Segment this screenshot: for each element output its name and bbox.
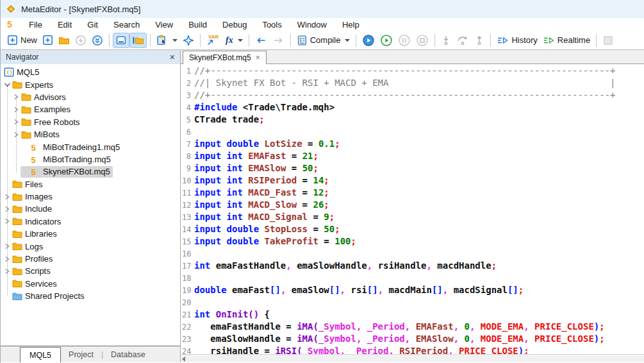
tree-item-body[interactable]: Examples bbox=[21, 104, 73, 115]
menu-item-edit[interactable]: Edit bbox=[50, 18, 79, 31]
history-button[interactable]: History bbox=[494, 33, 540, 48]
tree-item-include[interactable]: Include bbox=[1, 203, 180, 215]
tree-item-mibottradeing1-mq5[interactable]: 5MiBotTradeing1.mq5 bbox=[1, 140, 180, 153]
tree-item-indicators[interactable]: Indicators bbox=[1, 215, 180, 228]
tab-close-icon[interactable]: × bbox=[256, 53, 260, 62]
tree-item-scripts[interactable]: Scripts bbox=[1, 265, 180, 277]
chevron-right-icon[interactable] bbox=[3, 217, 12, 226]
code-line[interactable]: 11input int MACD_Fast = 12; bbox=[181, 187, 644, 199]
step-over-button[interactable] bbox=[454, 33, 472, 48]
tree-item-body[interactable]: Scripts bbox=[12, 266, 53, 277]
chevron-right-icon[interactable] bbox=[3, 192, 12, 201]
menu-item-debug[interactable]: Debug bbox=[215, 18, 254, 31]
bottom-tab-database[interactable]: Database bbox=[103, 346, 153, 362]
tree-item-body[interactable]: Shared Projects bbox=[12, 291, 87, 302]
tree-item-logs[interactable]: Logs bbox=[1, 240, 180, 252]
tree-item-body[interactable]: 5SkynetFXBot.mq5 bbox=[21, 166, 113, 178]
tree-item-body[interactable]: Files bbox=[12, 178, 45, 190]
tree-item-body[interactable]: MiBots bbox=[21, 129, 62, 140]
code-editor[interactable]: 1//+------------------------------------… bbox=[181, 64, 644, 354]
toggle-toolbox-button[interactable] bbox=[113, 33, 129, 48]
clipboard-cursor-button[interactable] bbox=[154, 33, 180, 48]
tree-item-libraries[interactable]: Libraries bbox=[1, 228, 180, 240]
code-line[interactable]: 16 bbox=[181, 248, 644, 260]
tree-item-body[interactable]: 5MiBotTradeing1.mq5 bbox=[21, 141, 122, 153]
menu-item-help[interactable]: Help bbox=[334, 18, 367, 31]
code-line[interactable]: 21int OnInit() { bbox=[181, 308, 644, 321]
tree-item-body[interactable]: Experts bbox=[12, 79, 56, 90]
tree-item-body[interactable]: Libraries bbox=[12, 228, 60, 240]
new-project-button[interactable] bbox=[40, 33, 56, 48]
tree-item-body[interactable]: Advisors bbox=[21, 91, 69, 103]
code-line[interactable]: 5CTrade trade; bbox=[181, 114, 644, 126]
step-into-button[interactable] bbox=[438, 33, 454, 48]
realtime-button[interactable]: Realtime bbox=[540, 33, 593, 48]
menu-item-window[interactable]: Window bbox=[290, 18, 334, 31]
tree-item-mibots[interactable]: MiBots bbox=[1, 128, 180, 140]
tree-item-files[interactable]: Files bbox=[1, 178, 180, 190]
compile-button[interactable]: Compile bbox=[294, 33, 353, 48]
tree-item-advisors[interactable]: Advisors bbox=[1, 91, 180, 103]
tree-item-body[interactable]: Indicators bbox=[12, 215, 63, 227]
code-line[interactable]: 8input int EMAFast = 21; bbox=[181, 150, 644, 162]
code-line[interactable]: 22 emaFastHandle = iMA(_Symbol, _Period,… bbox=[181, 321, 644, 333]
chevron-right-icon[interactable] bbox=[12, 105, 21, 114]
navigate-forward-button[interactable] bbox=[270, 33, 287, 48]
stop-button[interactable] bbox=[413, 33, 431, 48]
menu-item-build[interactable]: Build bbox=[181, 18, 215, 31]
chevron-right-icon[interactable] bbox=[3, 267, 12, 276]
chevron-right-icon[interactable] bbox=[3, 242, 12, 251]
code-line[interactable]: 17int emaFastHandle, emaSlowHandle, rsiH… bbox=[181, 260, 644, 272]
tree-item-body[interactable]: Free Robots bbox=[21, 116, 83, 128]
save-button-disabled[interactable] bbox=[72, 33, 89, 48]
code-line[interactable]: 12input int MACD_Slow = 26; bbox=[181, 199, 644, 211]
chevron-right-icon[interactable] bbox=[12, 92, 21, 101]
code-line[interactable]: 10input int RSIPeriod = 14; bbox=[181, 174, 644, 187]
save-all-button[interactable] bbox=[89, 33, 106, 48]
tree-item-body[interactable]: Images bbox=[12, 191, 55, 203]
code-line[interactable]: 1//+------------------------------------… bbox=[181, 65, 644, 77]
bottom-tab-project[interactable]: Project bbox=[61, 346, 101, 362]
chevron-right-icon[interactable] bbox=[3, 205, 12, 214]
code-line[interactable]: 4#include <Trade\Trade.mqh> bbox=[181, 101, 644, 114]
menu-item-tools[interactable]: Tools bbox=[254, 18, 289, 31]
horizontal-scrollbar[interactable] bbox=[181, 354, 644, 362]
code-line[interactable]: 9input int EMASlow = 50; bbox=[181, 162, 644, 174]
navigate-back-button[interactable] bbox=[252, 33, 270, 48]
tree-item-mibottrading-mq5[interactable]: 5MiBotTrading.mq5 bbox=[1, 153, 180, 165]
styler-button[interactable] bbox=[180, 33, 197, 48]
toggle-navigator-button[interactable] bbox=[129, 33, 147, 48]
code-line[interactable]: 14input double StopLoss = 50; bbox=[181, 223, 644, 235]
insert-function-button[interactable]: fx bbox=[223, 33, 245, 48]
tree-item-images[interactable]: Images bbox=[1, 190, 180, 203]
tree-item-experts[interactable]: Experts bbox=[1, 78, 180, 90]
code-line[interactable]: 6 bbox=[181, 126, 644, 138]
tree-item-mql5[interactable]: ()MQL5 bbox=[1, 66, 180, 78]
tree-item-body[interactable]: 5MiBotTrading.mq5 bbox=[21, 153, 113, 165]
code-line[interactable]: 7input double LotSize = 0.1; bbox=[181, 138, 644, 150]
chevron-down-icon[interactable] bbox=[3, 80, 12, 89]
scroll-left-arrow-icon[interactable] bbox=[182, 357, 185, 362]
tree-item-body[interactable]: Logs bbox=[12, 241, 45, 252]
menu-item-view[interactable]: View bbox=[147, 18, 181, 31]
chevron-right-icon[interactable] bbox=[12, 130, 21, 139]
tree-item-skynetfxbot-mq5[interactable]: 5SkynetFXBot.mq5 bbox=[1, 165, 180, 178]
navigator-close-icon[interactable]: × bbox=[170, 53, 175, 62]
start-debug-button[interactable] bbox=[359, 33, 377, 48]
code-line[interactable]: 15input double TakeProfit = 100; bbox=[181, 235, 644, 248]
new-file-button[interactable]: New bbox=[4, 33, 40, 48]
pause-button[interactable] bbox=[395, 33, 413, 48]
tree-item-shared-projects[interactable]: Shared Projects bbox=[1, 290, 180, 302]
tree-item-body[interactable]: ()MQL5 bbox=[3, 67, 42, 78]
partial-button[interactable] bbox=[601, 33, 615, 48]
code-line[interactable]: 19double emaFast[], emaSlow[], rsi[], ma… bbox=[181, 284, 644, 296]
code-line[interactable]: 2//| Skynet FX Bot - RSI + MACD + EMA | bbox=[181, 77, 644, 89]
editor-tab-skynetfxbot[interactable]: SkynetFXBot.mq5 × bbox=[183, 51, 267, 64]
chevron-right-icon[interactable] bbox=[3, 255, 12, 264]
tree-item-services[interactable]: Services bbox=[1, 278, 180, 290]
open-file-button[interactable] bbox=[56, 33, 72, 48]
code-line[interactable]: 18 bbox=[181, 272, 644, 284]
bottom-tab-mql5[interactable]: MQL5 bbox=[20, 347, 61, 362]
menu-item-git[interactable]: Git bbox=[79, 18, 106, 31]
code-line[interactable]: 24 rsiHandle = iRSI(_Symbol, _Period, RS… bbox=[181, 345, 644, 354]
